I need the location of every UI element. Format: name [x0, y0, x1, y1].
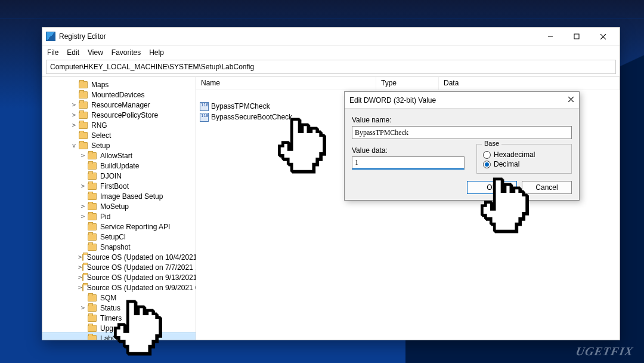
expand-icon[interactable]: > [78, 202, 88, 210]
tree-item[interactable]: SQM [42, 293, 196, 303]
expand-icon[interactable]: > [69, 101, 79, 109]
tree-item[interactable]: Upgrade [42, 323, 196, 333]
tree-item[interactable]: >Source OS (Updated on 9/13/2021 1 [42, 272, 196, 282]
dialog-titlebar[interactable]: Edit DWORD (32-bit) Value [345, 92, 579, 109]
folder-icon [88, 152, 97, 159]
titlebar[interactable]: Registry Editor [42, 27, 620, 45]
folder-icon [88, 233, 97, 241]
folder-icon [88, 244, 97, 251]
folder-icon [82, 264, 83, 271]
tree-item[interactable]: >RNG [42, 120, 196, 130]
tree-item[interactable]: >FirstBoot [42, 181, 196, 191]
value-data-label: Value data: [352, 146, 465, 155]
value-data-input[interactable] [352, 156, 465, 170]
tree-item-label: Source OS (Updated on 9/9/2021 09 [86, 284, 196, 292]
folder-icon [79, 142, 88, 149]
watermark: UGETFIX [576, 344, 633, 358]
menu-help[interactable]: Help [149, 48, 164, 57]
tree-item[interactable]: Image Based Setup [42, 191, 196, 201]
value-name-label: Value name: [352, 116, 572, 124]
tree-item[interactable]: LabConfig [42, 333, 196, 340]
folder-icon [79, 91, 88, 99]
tree-item-label: Source OS (Updated on 7/7/2021 14 [86, 263, 196, 272]
tree-item[interactable]: >AllowStart [42, 150, 196, 161]
expand-icon[interactable]: > [78, 182, 88, 190]
tree-item[interactable]: MountedDevices [42, 90, 196, 100]
tree-item-label: Upgrade [99, 324, 129, 333]
expand-icon[interactable]: v [69, 141, 79, 149]
expand-icon[interactable]: > [78, 152, 88, 159]
folder-icon [88, 335, 97, 340]
expand-icon[interactable]: > [78, 253, 82, 261]
tree-item[interactable]: >Source OS (Updated on 9/9/2021 09 [42, 282, 196, 293]
tree-item[interactable]: >ResourceManager [42, 100, 196, 110]
expand-icon[interactable]: > [78, 263, 82, 271]
svg-rect-1 [574, 34, 579, 39]
menu-edit[interactable]: Edit [67, 48, 79, 57]
maximize-button[interactable] [564, 27, 590, 45]
tree-item-label: AllowStart [99, 152, 134, 160]
tree-item-label: Select [90, 131, 112, 140]
value-name-input[interactable] [352, 126, 572, 139]
tree-item[interactable]: Snapshot [42, 242, 196, 252]
folder-icon [88, 213, 97, 220]
dialog-close-icon[interactable] [568, 96, 574, 104]
tree-item[interactable]: >Pid [42, 211, 196, 222]
values-headers[interactable]: Name Type Data [196, 77, 620, 90]
radio-hexadecimal[interactable]: Hexadecimal [483, 150, 565, 159]
tree-item-label: ResourceManager [90, 101, 151, 109]
address-text: Computer\HKEY_LOCAL_MACHINE\SYSTEM\Setup… [50, 63, 254, 71]
radio-decimal[interactable]: Decimal [483, 160, 565, 168]
tree-pane[interactable]: MapsMountedDevices>ResourceManager>Resou… [42, 77, 196, 340]
folder-icon [88, 294, 97, 302]
cancel-button[interactable]: Cancel [522, 181, 572, 194]
tree-item[interactable]: Service Reporting API [42, 222, 196, 232]
col-type[interactable]: Type [376, 77, 439, 90]
tree-item-label: DJOIN [99, 172, 123, 180]
expand-icon[interactable]: > [78, 304, 88, 312]
tree-item[interactable]: >ResourcePolicyStore [42, 110, 196, 120]
col-data[interactable]: Data [439, 77, 620, 90]
menu-favorites[interactable]: Favorites [112, 48, 141, 57]
tree-item[interactable]: >Source OS (Updated on 10/4/2021 0 [42, 252, 196, 262]
menu-file[interactable]: File [47, 48, 58, 57]
tree-item[interactable]: Select [42, 130, 196, 140]
expand-icon[interactable]: > [78, 284, 82, 291]
tree-item-label: MountedDevices [90, 91, 145, 99]
menu-view[interactable]: View [88, 48, 103, 57]
expand-icon[interactable]: > [78, 273, 82, 281]
folder-icon [88, 304, 97, 312]
tree-item-label: Timers [99, 314, 123, 322]
expand-icon[interactable]: > [69, 111, 79, 119]
value-name: BypassSecureBootCheck [211, 113, 292, 121]
tree-item[interactable]: DJOIN [42, 171, 196, 181]
tree-item[interactable]: vSetup [42, 140, 196, 150]
tree-item[interactable]: >Source OS (Updated on 7/7/2021 14 [42, 262, 196, 272]
col-name[interactable]: Name [196, 77, 376, 90]
tree-item-label: Status [99, 304, 122, 312]
folder-icon [88, 325, 97, 332]
edit-dword-dialog: Edit DWORD (32-bit) Value Value name: Va… [344, 91, 580, 201]
ok-button[interactable]: OK [467, 181, 517, 194]
folder-icon [82, 254, 83, 261]
radio-on-icon [483, 161, 491, 168]
tree-item-label: RNG [90, 121, 109, 130]
folder-icon [79, 122, 88, 129]
tree-item[interactable]: SetupCl [42, 232, 196, 242]
close-button[interactable] [590, 27, 616, 45]
value-name: BypassTPMCheck [211, 102, 270, 110]
tree-item[interactable]: >Status [42, 303, 196, 313]
tree-item-label: Image Based Setup [99, 192, 164, 201]
tree-item[interactable]: >MoSetup [42, 201, 196, 211]
base-group: Base Hexadecimal Decimal [476, 144, 572, 174]
address-bar[interactable]: Computer\HKEY_LOCAL_MACHINE\SYSTEM\Setup… [46, 60, 616, 74]
dword-icon [200, 102, 209, 111]
minimize-button[interactable] [537, 27, 564, 45]
tree-item[interactable]: Timers [42, 313, 196, 323]
tree-item[interactable]: BuildUpdate [42, 161, 196, 171]
expand-icon[interactable]: > [78, 213, 88, 220]
menubar: File Edit View Favorites Help [42, 45, 620, 59]
tree-item[interactable]: Maps [42, 79, 196, 90]
expand-icon[interactable]: > [69, 121, 79, 129]
dialog-title: Edit DWORD (32-bit) Value [349, 96, 568, 104]
